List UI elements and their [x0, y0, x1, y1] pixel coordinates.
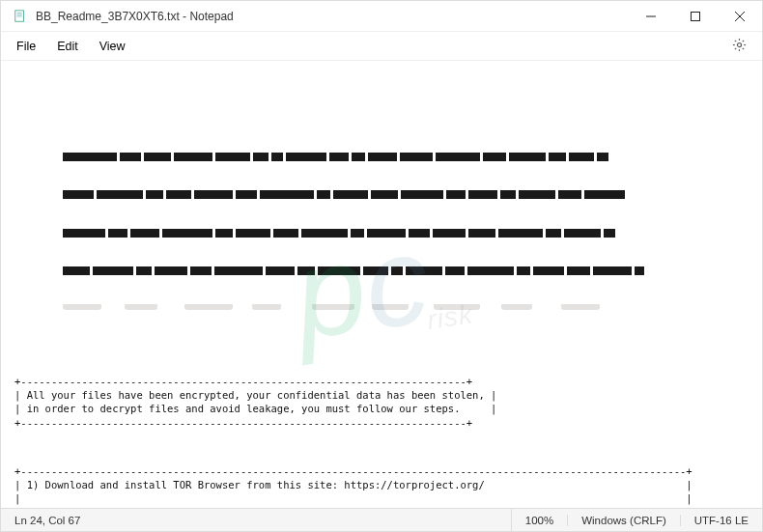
status-encoding: UTF-16 LE — [681, 515, 762, 526]
menu-file[interactable]: File — [7, 36, 45, 57]
menubar: File Edit View — [1, 32, 762, 61]
notepad-window: BB_Readme_3B7X0XT6.txt - Notepad File Ed… — [0, 0, 763, 532]
svg-line-13 — [735, 40, 736, 41]
status-zoom: 100% — [512, 515, 568, 526]
notepad-icon — [13, 9, 28, 24]
box2: +---------------------------------------… — [14, 464, 749, 508]
window-title: BB_Readme_3B7X0XT6.txt - Notepad — [36, 10, 629, 23]
settings-button[interactable] — [722, 34, 756, 59]
text-area[interactable]: +---------------------------------------… — [1, 61, 762, 508]
menu-edit[interactable]: Edit — [47, 36, 88, 57]
svg-point-8 — [737, 42, 741, 46]
titlebar: BB_Readme_3B7X0XT6.txt - Notepad — [1, 1, 762, 32]
status-position: Ln 24, Col 67 — [1, 509, 512, 531]
svg-line-16 — [743, 40, 744, 41]
maximize-button[interactable] — [673, 1, 718, 32]
svg-line-14 — [743, 47, 744, 48]
statusbar: Ln 24, Col 67 100% Windows (CRLF) UTF-16… — [1, 508, 762, 531]
menu-view[interactable]: View — [90, 36, 135, 57]
svg-rect-5 — [692, 12, 700, 20]
svg-line-15 — [735, 47, 736, 48]
close-button[interactable] — [718, 1, 762, 32]
ascii-banner — [14, 112, 749, 338]
status-eol: Windows (CRLF) — [568, 515, 681, 526]
box1: +---------------------------------------… — [14, 375, 749, 430]
minimize-button[interactable] — [629, 1, 673, 32]
window-controls — [629, 1, 762, 32]
